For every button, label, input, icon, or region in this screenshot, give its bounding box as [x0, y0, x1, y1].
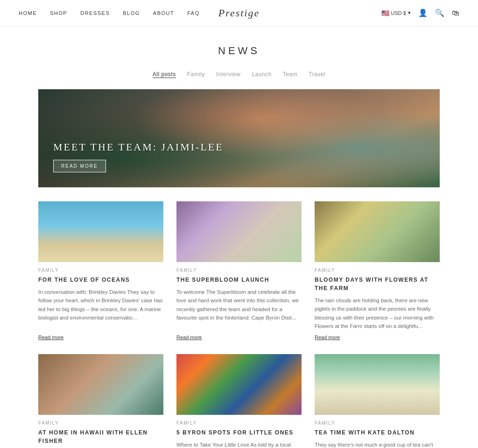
user-icon[interactable]: 👤 [418, 8, 428, 17]
article-image-bloomy [315, 201, 440, 262]
hero-overlay [38, 89, 440, 187]
site-logo[interactable]: Prestige [218, 7, 260, 19]
flowers-image [176, 201, 302, 262]
article-title-5: TEA TIME WITH KATE DALTON [315, 428, 440, 437]
article-image-superbloom [176, 201, 302, 262]
beach-image [38, 201, 163, 262]
article-category-3: FAMILY [38, 420, 163, 426]
nav-shop[interactable]: SHOP [50, 10, 67, 16]
read-more-2[interactable]: Read more [315, 334, 440, 340]
article-image-byron [176, 354, 302, 415]
article-image-oceans [38, 201, 163, 262]
filter-launch[interactable]: Launch [252, 71, 272, 78]
nav-right: 🇺🇸 USD $ ▾ 👤 🔍 🛍 [381, 8, 459, 17]
main-nav: HOME SHOP DRESSES BLOG ABOUT FAQ Prestig… [0, 0, 478, 26]
read-more-1[interactable]: Read more [176, 334, 302, 340]
filter-family[interactable]: Family [187, 71, 205, 78]
search-icon[interactable]: 🔍 [435, 8, 444, 17]
article-category-0: FAMILY [38, 268, 163, 273]
hawaii-image [38, 354, 163, 415]
article-card-superbloom: FAMILY THE SUPERBLOOM LAUNCH To welcome … [176, 201, 302, 340]
cart-icon[interactable]: 🛍 [452, 9, 459, 17]
article-excerpt-4: Where to Take Your Little Love As told b… [176, 441, 302, 448]
filter-travel[interactable]: Travel [309, 71, 325, 78]
article-excerpt-1: To welcome The Superbloom and celebrate … [176, 288, 302, 331]
article-image-kate [315, 354, 440, 415]
article-title-4: 5 BYRON SPOTS FOR LITTLE ONES [176, 428, 302, 437]
hero-read-more-button[interactable]: READ MORE [53, 160, 106, 172]
article-category-1: FAMILY [176, 268, 302, 273]
filter-team[interactable]: Team [283, 71, 297, 78]
nav-faq[interactable]: FAQ [187, 10, 200, 16]
page-title: NEWS [38, 45, 440, 57]
hero-title: MEET THE TEAM: JAIMI-LEE [53, 141, 224, 153]
hero-banner: MEET THE TEAM: JAIMI-LEE READ MORE [38, 89, 440, 187]
nav-about[interactable]: ABOUT [153, 10, 174, 16]
article-card-bloomy: FAMILY BLOOMY DAYS WITH FLOWERS AT THE F… [315, 201, 440, 340]
kate-image [315, 354, 440, 415]
article-category-2: FAMILY [315, 268, 440, 273]
farm-image [315, 201, 440, 262]
article-card-oceans: FAMILY FOR THE LOVE OF OCEANS In convers… [38, 201, 163, 340]
filter-tabs: All posts Family Interview Launch Team T… [38, 66, 440, 89]
article-excerpt-0: In conversation with: Brinkley Davies Th… [38, 288, 163, 331]
article-grid-row2: FAMILY AT HOME IN HAWAII WITH ELLEN FISH… [38, 354, 440, 448]
nav-dresses[interactable]: DRESSES [80, 10, 110, 16]
read-more-0[interactable]: Read more [38, 334, 163, 340]
article-title-2: BLOOMY DAYS WITH FLOWERS AT THE FARM [315, 276, 440, 292]
filter-interview[interactable]: Interview [216, 71, 241, 78]
article-title-3: AT HOME IN HAWAII WITH ELLEN FISHER [38, 428, 163, 445]
nav-home[interactable]: HOME [19, 10, 37, 16]
flag-icon: 🇺🇸 [381, 9, 389, 17]
filter-all-posts[interactable]: All posts [153, 71, 176, 78]
article-card-kate: FAMILY TEA TIME WITH KATE DALTON They sa… [315, 354, 440, 448]
article-category-4: FAMILY [176, 420, 302, 426]
chevron-down-icon: ▾ [408, 10, 411, 16]
article-excerpt-2: The rain clouds are holding back, there … [315, 296, 440, 331]
article-excerpt-5: They say there's not much a good cup of … [315, 441, 440, 448]
byron-image [176, 354, 302, 415]
article-card-byron: FAMILY 5 BYRON SPOTS FOR LITTLE ONES Whe… [176, 354, 302, 448]
article-title-0: FOR THE LOVE OF OCEANS [38, 276, 163, 284]
article-card-hawaii: FAMILY AT HOME IN HAWAII WITH ELLEN FISH… [38, 354, 163, 448]
nav-links: HOME SHOP DRESSES BLOG ABOUT FAQ [19, 10, 200, 16]
article-category-5: FAMILY [315, 420, 440, 426]
hero-content: MEET THE TEAM: JAIMI-LEE READ MORE [53, 141, 224, 172]
main-content: NEWS All posts Family Interview Launch T… [29, 26, 449, 448]
article-grid-row1: FAMILY FOR THE LOVE OF OCEANS In convers… [38, 201, 440, 340]
page-title-section: NEWS [38, 26, 440, 66]
currency-label: USD $ [391, 10, 406, 16]
currency-selector[interactable]: 🇺🇸 USD $ ▾ [381, 9, 411, 17]
article-image-hawaii [38, 354, 163, 415]
article-title-1: THE SUPERBLOOM LAUNCH [176, 276, 302, 284]
nav-blog[interactable]: BLOG [123, 10, 140, 16]
